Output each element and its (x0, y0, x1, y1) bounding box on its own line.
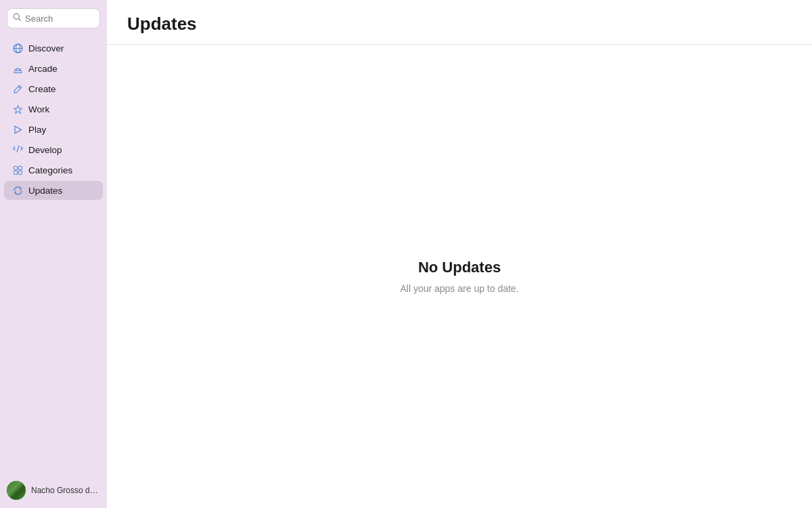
search-input[interactable] (25, 14, 94, 24)
arcade-icon (12, 63, 23, 74)
sidebar-item-categories-label: Categories (28, 165, 72, 175)
svg-marker-8 (14, 105, 22, 113)
sidebar-item-develop-label: Develop (28, 145, 62, 155)
sidebar-item-play-label: Play (28, 125, 46, 135)
sidebar-item-categories[interactable]: Categories (4, 161, 103, 179)
user-profile[interactable]: Nacho Grosso de Dola... (0, 474, 107, 508)
search-box[interactable] (7, 8, 100, 28)
svg-rect-14 (18, 171, 22, 174)
no-updates-title: No Updates (418, 259, 501, 276)
sidebar-item-discover-label: Discover (28, 43, 64, 54)
sidebar-item-work-label: Work (28, 104, 49, 114)
work-icon (12, 104, 23, 114)
play-icon (12, 124, 23, 135)
user-name: Nacho Grosso de Dola... (31, 486, 100, 495)
sidebar-item-updates[interactable]: Updates (4, 181, 103, 200)
svg-rect-12 (18, 166, 22, 169)
svg-marker-9 (15, 126, 22, 133)
svg-line-10 (17, 146, 19, 152)
svg-line-7 (18, 86, 20, 88)
sidebar-item-arcade[interactable]: Arcade (4, 59, 103, 78)
svg-point-6 (18, 68, 20, 70)
sidebar-item-arcade-label: Arcade (28, 64, 58, 74)
svg-line-1 (19, 19, 21, 21)
sidebar-item-create-label: Create (28, 84, 56, 94)
discover-icon (12, 43, 23, 54)
sidebar-item-discover[interactable]: Discover (4, 39, 103, 58)
updates-icon (12, 185, 23, 196)
svg-rect-11 (14, 166, 17, 169)
sidebar-item-create[interactable]: Create (4, 79, 103, 98)
svg-point-5 (16, 68, 17, 70)
page-title: Updates (127, 14, 792, 35)
search-icon (13, 12, 22, 24)
sidebar: Discover Arcade Create (0, 0, 107, 508)
main-content: Updates No Updates All your apps are up … (107, 0, 812, 508)
create-icon (12, 83, 23, 94)
sidebar-item-work[interactable]: Work (4, 100, 103, 119)
develop-icon (12, 144, 23, 155)
categories-icon (12, 165, 23, 175)
sidebar-item-develop[interactable]: Develop (4, 140, 103, 159)
main-header: Updates (107, 0, 812, 45)
sidebar-item-play[interactable]: Play (4, 120, 103, 139)
no-updates-subtitle: All your apps are up to date. (400, 283, 518, 294)
avatar (7, 481, 26, 500)
main-body: No Updates All your apps are up to date. (107, 45, 812, 508)
svg-rect-13 (14, 171, 17, 174)
sidebar-item-updates-label: Updates (28, 186, 62, 196)
